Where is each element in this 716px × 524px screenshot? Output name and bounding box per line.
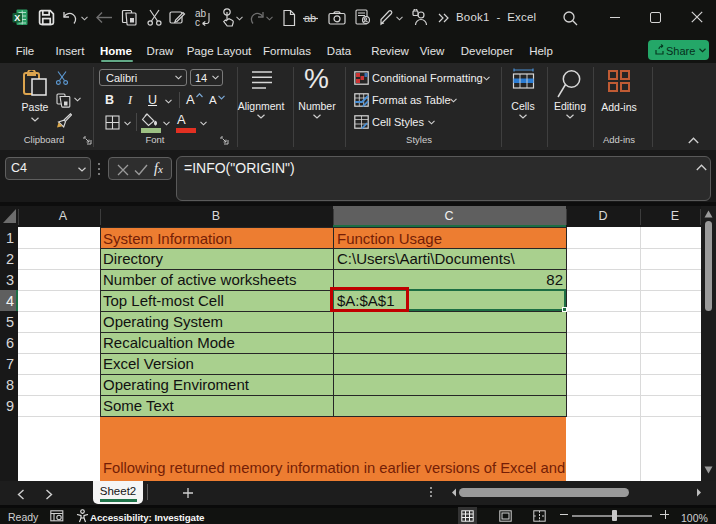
svg-text:c: c: [195, 17, 200, 28]
svg-text:X: X: [14, 13, 20, 23]
